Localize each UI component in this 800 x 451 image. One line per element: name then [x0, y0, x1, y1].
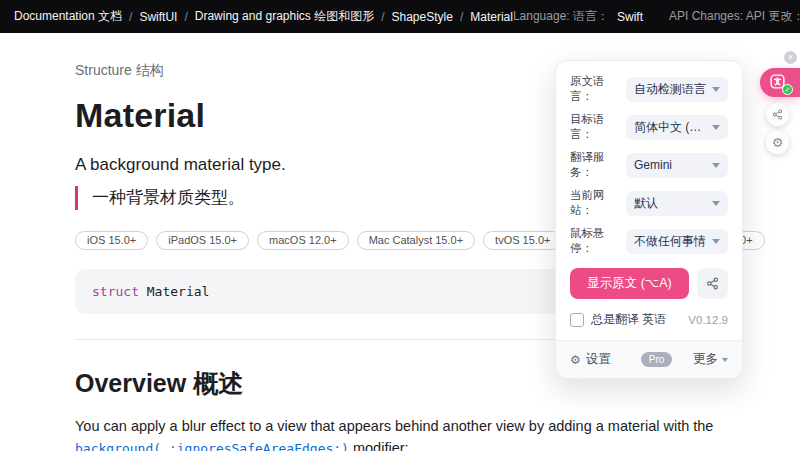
breadcrumb-separator: / [460, 10, 463, 24]
source-language-select[interactable]: 自动检测语言 [626, 77, 728, 102]
top-nav-bar: Documentation 文档 / SwiftUI / Drawing and… [0, 0, 800, 33]
platform-badge-ios: iOS 15.0+ [75, 231, 148, 250]
mouse-hover-select[interactable]: 不做任何事情 [626, 229, 728, 254]
chevron-down-icon [722, 358, 728, 362]
breadcrumb: Documentation 文档 / SwiftUI / Drawing and… [14, 8, 513, 25]
share-button[interactable] [697, 268, 728, 299]
mouse-hover-row: 鼠标悬停： 不做任何事情 [570, 226, 728, 256]
code-type-name: Material [139, 284, 209, 299]
show-original-button[interactable]: 显示原文 (⌥A) [570, 268, 689, 299]
platform-badge-maccatalyst: Mac Catalyst 15.0+ [357, 231, 475, 250]
chevron-down-icon [712, 201, 720, 206]
code-keyword: struct [92, 284, 139, 299]
background-modifier-link[interactable]: background(_:ignoresSafeAreaEdges:) [75, 441, 349, 451]
mouse-hover-label: 鼠标悬停： [570, 226, 626, 256]
chevron-down-icon [712, 87, 720, 92]
translate-extension-tab[interactable]: ✓ [760, 68, 800, 97]
platform-badge-tvos: tvOS 15.0+ [483, 231, 562, 250]
always-translate-label: 总是翻译 英语 [591, 311, 666, 328]
close-icon[interactable]: × [784, 51, 797, 64]
breadcrumb-separator: / [129, 10, 132, 24]
mouse-hover-value: 不做任何事情 [634, 233, 706, 250]
translate-service-value: Gemini [634, 158, 672, 172]
translate-popup: 原文语言： 自动检测语言 目标语言： 简体中文 (Simplified … 翻译… [555, 60, 743, 379]
breadcrumb-separator: / [184, 10, 187, 24]
version-text: V0.12.9 [688, 314, 728, 326]
api-changes-label: API Changes: API 更改： [669, 8, 800, 25]
source-language-value: 自动检测语言 [634, 81, 706, 98]
target-language-select[interactable]: 简体中文 (Simplified … [626, 115, 728, 140]
settings-label: 设置 [586, 351, 611, 368]
settings-button[interactable]: ⚙ 设置 [570, 351, 611, 368]
source-language-row: 原文语言： 自动检测语言 [570, 74, 728, 104]
breadcrumb-item-documentation[interactable]: Documentation 文档 [14, 8, 122, 25]
breadcrumb-item-material: Material [470, 10, 513, 24]
chevron-down-icon [712, 125, 720, 130]
more-button[interactable]: 更多 [693, 351, 728, 368]
floating-settings-button[interactable]: ⚙ [766, 131, 789, 154]
translate-service-row: 翻译服务： Gemini [570, 150, 728, 180]
platform-badge-macos: macOS 12.0+ [257, 231, 349, 250]
share-nodes-icon [772, 109, 783, 120]
target-language-row: 目标语言： 简体中文 (Simplified … [570, 112, 728, 142]
current-site-label: 当前网站： [570, 188, 626, 218]
language-value[interactable]: Swift [617, 10, 643, 24]
breadcrumb-item-shapestyle[interactable]: ShapeStyle [392, 10, 453, 24]
source-language-label: 原文语言： [570, 74, 626, 104]
language-label: Language: 语言： [513, 8, 609, 25]
more-label: 更多 [693, 351, 718, 368]
floating-share-button[interactable] [766, 103, 789, 126]
paragraph-text: modifier: [349, 440, 409, 451]
platform-badge-ipados: iPadOS 15.0+ [156, 231, 249, 250]
current-site-value: 默认 [634, 195, 658, 212]
always-translate-row: 总是翻译 英语 V0.12.9 [570, 311, 728, 328]
check-badge-icon: ✓ [782, 84, 793, 95]
target-language-label: 目标语言： [570, 112, 626, 142]
chevron-down-icon [712, 239, 720, 244]
translate-service-label: 翻译服务： [570, 150, 626, 180]
breadcrumb-item-drawing-graphics[interactable]: Drawing and graphics 绘图和图形 [195, 8, 374, 25]
current-site-row: 当前网站： 默认 [570, 188, 728, 218]
gear-icon: ⚙ [772, 135, 784, 150]
current-site-select[interactable]: 默认 [626, 191, 728, 216]
topbar-meta: Language: 语言： Swift API Changes: API 更改：… [513, 8, 800, 25]
translate-service-select[interactable]: Gemini [626, 153, 728, 178]
target-language-value: 简体中文 (Simplified … [634, 119, 707, 136]
breadcrumb-separator: / [381, 10, 384, 24]
chevron-down-icon [712, 163, 720, 168]
paragraph-text: You can apply a blur effect to a view th… [75, 418, 713, 434]
pro-badge: Pro [641, 352, 673, 367]
breadcrumb-item-swiftui[interactable]: SwiftUI [139, 10, 177, 24]
gear-icon: ⚙ [570, 353, 581, 367]
overview-paragraph: You can apply a blur effect to a view th… [75, 415, 725, 451]
popup-footer: ⚙ 设置 Pro 更多 [556, 340, 742, 378]
share-nodes-icon [706, 277, 719, 290]
always-translate-checkbox[interactable] [570, 313, 584, 327]
